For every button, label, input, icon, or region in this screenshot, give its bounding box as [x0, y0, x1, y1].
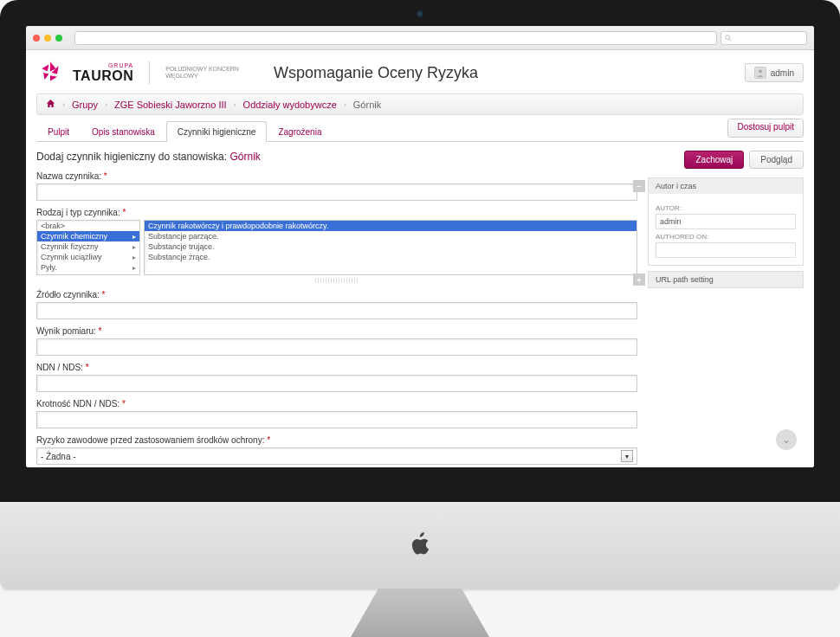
- expand-icon[interactable]: +: [633, 273, 645, 286]
- form-title: Dodaj czynnik higieniczny do stanowiska:…: [36, 151, 637, 163]
- monitor-chin: [0, 502, 840, 589]
- panel-url: + URL path setting: [648, 271, 804, 288]
- chevron-down-icon: ▾: [621, 450, 633, 462]
- preview-button[interactable]: Podgląd: [749, 151, 804, 169]
- breadcrumb-link[interactable]: Grupy: [72, 100, 98, 110]
- label-wynik: Wynik pomiaru: *: [36, 326, 637, 336]
- tauron-logo-icon: [36, 59, 64, 87]
- input-krotnosc[interactable]: [36, 411, 637, 428]
- window-minimize-icon[interactable]: [44, 35, 51, 42]
- window-zoom-icon[interactable]: [55, 35, 62, 42]
- search-icon: [725, 35, 732, 42]
- list-item[interactable]: Czynnik rakotwórczy i prawdopodobnie rak…: [145, 221, 636, 231]
- logo-grupa: GRUPA: [73, 62, 133, 68]
- svg-line-1: [729, 39, 731, 41]
- breadcrumb: › Grupy › ZGE Sobieski Jaworzno III › Od…: [36, 93, 804, 115]
- input-autor[interactable]: [656, 214, 796, 229]
- brand-logo: GRUPA TAURON POŁUDNIOWY KONCERN WĘGLOWY …: [36, 59, 478, 87]
- label-ryzyko: Ryzyko zawodowe przed zastosowaniem środ…: [36, 435, 637, 445]
- input-authored-on[interactable]: [656, 242, 796, 258]
- tab-pulpit[interactable]: Pulpit: [36, 121, 81, 142]
- save-button[interactable]: Zachowaj: [684, 151, 744, 169]
- list-item[interactable]: Czynnik chemiczny▸: [37, 231, 139, 241]
- user-name: admin: [771, 68, 794, 78]
- app-title: Wspomaganie Oceny Ryzyka: [274, 64, 478, 82]
- logo-name: TAURON: [73, 68, 133, 84]
- breadcrumb-link[interactable]: ZGE Sobieski Jaworzno III: [114, 100, 227, 110]
- browser-toolbar: [26, 26, 814, 50]
- breadcrumb-sep: ›: [62, 100, 65, 109]
- avatar-icon: [754, 67, 766, 79]
- home-icon[interactable]: [46, 99, 55, 110]
- tab-zagrozenia[interactable]: Zagrożenia: [267, 121, 333, 142]
- breadcrumb-current: Górnik: [353, 100, 381, 110]
- list-item[interactable]: Substancje trujące.: [145, 241, 636, 252]
- label-krotnosc: Krotność NDN / NDS: *: [36, 399, 637, 409]
- label-ndn: NDN / NDS: *: [36, 363, 637, 372]
- input-ndn[interactable]: [36, 375, 637, 392]
- input-zrodlo[interactable]: [36, 302, 637, 319]
- window-close-icon[interactable]: [33, 35, 40, 42]
- collapse-icon[interactable]: −: [633, 180, 645, 192]
- tabs: Pulpit Opis stanowiska Czynniki higienic…: [36, 120, 804, 142]
- panel-autor: − Autor i czas AUTOR: AUTHORED ON:: [648, 177, 804, 266]
- label-nazwa: Nazwa czynnika: *: [36, 171, 637, 181]
- monitor-stand: [351, 589, 489, 637]
- input-wynik[interactable]: [36, 338, 637, 356]
- breadcrumb-link[interactable]: Oddziały wydobywcze: [243, 100, 337, 110]
- listbox-typ[interactable]: Czynnik rakotwórczy i prawdopodobnie rak…: [144, 220, 637, 275]
- svg-point-2: [759, 70, 762, 74]
- label-authored-on: AUTHORED ON:: [656, 233, 796, 241]
- apple-logo-icon: [409, 532, 431, 558]
- tab-czynniki[interactable]: Czynniki higieniczne: [166, 121, 268, 142]
- list-item[interactable]: Pyły.▸: [37, 262, 139, 273]
- list-item[interactable]: Substancje parzące.: [145, 231, 636, 241]
- list-item[interactable]: Czynnik uciążliwy▸: [37, 252, 139, 262]
- input-nazwa[interactable]: [36, 183, 637, 201]
- url-input[interactable]: [74, 31, 717, 45]
- label-zrodlo: Źródło czynnika: *: [36, 290, 637, 299]
- listbox-rodzaj[interactable]: <brak> Czynnik chemiczny▸ Czynnik fizycz…: [36, 220, 140, 275]
- panel-title: Autor i czas: [656, 182, 696, 190]
- logo-subtitle: POŁUDNIOWY KONCERN WĘGLOWY: [165, 66, 239, 80]
- label-rodzaj: Rodzaj i typ czynnika: *: [36, 208, 637, 217]
- user-menu-button[interactable]: admin: [745, 63, 804, 82]
- list-item[interactable]: Substancje żrące.: [145, 252, 636, 262]
- list-item[interactable]: <brak>: [37, 221, 139, 231]
- select-ryzyko[interactable]: - Żadna - ▾: [36, 447, 637, 465]
- panel-title: URL path setting: [656, 275, 714, 284]
- camera-icon: [417, 10, 423, 17]
- svg-point-0: [726, 35, 730, 39]
- customize-button[interactable]: Dostosuj pulpit: [727, 119, 804, 138]
- scroll-down-icon[interactable]: ⌄: [776, 429, 797, 450]
- label-autor: AUTOR:: [656, 204, 796, 212]
- list-item[interactable]: Czynnik fizyczny▸: [37, 241, 139, 252]
- browser-search-input[interactable]: [720, 31, 807, 45]
- tab-opis[interactable]: Opis stanowiska: [81, 121, 166, 142]
- resize-handle[interactable]: [315, 278, 359, 283]
- logo-divider: [149, 61, 150, 84]
